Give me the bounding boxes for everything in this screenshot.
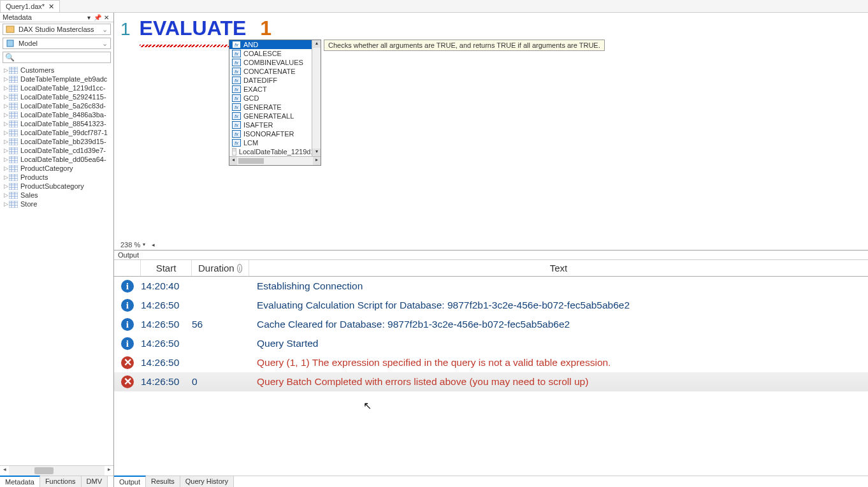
table-icon (9, 138, 20, 145)
intellisense-item[interactable]: fxAND (229, 40, 321, 49)
intellisense-item[interactable]: fxGENERATE (229, 103, 321, 112)
intellisense-item[interactable]: fxCONCATENATE (229, 67, 321, 76)
zoom-dropdown-icon[interactable]: ▾ (143, 243, 145, 247)
metadata-tab[interactable]: Functions (40, 476, 82, 487)
intellisense-item[interactable]: fxISAFTER (229, 120, 321, 129)
function-icon: fx (232, 76, 241, 84)
output-row[interactable]: i14:20:40Establishing Connection (114, 277, 868, 296)
intellisense-item[interactable]: fxGCD (229, 94, 321, 103)
expand-icon[interactable]: ▷ (3, 156, 9, 163)
output-row[interactable]: i14:26:50Query Started (114, 334, 868, 353)
expand-icon[interactable]: ▷ (3, 120, 9, 127)
intellisense-list[interactable]: fxANDfxCOALESCEfxCOMBINEVALUESfxCONCATEN… (229, 40, 321, 166)
model-dropdown[interactable]: Model ⌄ (3, 38, 111, 49)
pin-icon[interactable]: 📌 (93, 14, 102, 21)
row-text: Establishing Connection (249, 280, 868, 292)
output-row[interactable]: i14:26:5056Cache Cleared for Database: 9… (114, 315, 868, 334)
table-item[interactable]: ▷ProductCategory (0, 164, 113, 173)
close-icon[interactable]: ✕ (48, 3, 54, 11)
table-item[interactable]: ▷LocalDateTable_88541323- (0, 119, 113, 128)
expand-icon[interactable]: ▷ (3, 174, 9, 180)
expand-icon[interactable]: ▷ (3, 138, 9, 145)
table-item[interactable]: ▷LocalDateTable_5a26c83d- (0, 101, 113, 110)
intellisense-label: DATEDIFF (243, 76, 277, 84)
dropdown-icon[interactable]: ▾ (84, 14, 93, 21)
intellisense-vscroll[interactable]: ▴▾ (312, 40, 321, 156)
metadata-tab[interactable]: Metadata (0, 476, 40, 487)
output-tab[interactable]: Query History (180, 476, 234, 487)
expand-icon[interactable]: ▷ (3, 94, 9, 100)
intellisense-item[interactable]: fxDATEDIFF (229, 76, 321, 85)
zoom-indicator[interactable]: 238 % ▾ ◂ (120, 241, 155, 249)
intellisense-item[interactable]: fxCOMBINEVALUES (229, 58, 321, 67)
output-tabs: OutputResultsQuery History (114, 476, 868, 487)
expand-icon[interactable]: ▷ (3, 183, 9, 189)
file-tab-query1[interactable]: Query1.dax* ✕ (0, 0, 60, 12)
intellisense-item[interactable]: LocalDateTable_1219d1c (229, 147, 321, 156)
info-icon: i (114, 318, 141, 331)
expand-icon[interactable]: ▷ (3, 201, 9, 207)
table-item[interactable]: ▷Customers (0, 66, 113, 75)
query-editor[interactable]: 1 EVALUATE 1 fxANDfxCOALESCEfxCOMBINEVAL… (114, 13, 868, 251)
metadata-hscroll[interactable]: ◂▸ (0, 465, 113, 476)
table-icon (232, 148, 236, 156)
intellisense-item[interactable]: fxEXACT (229, 85, 321, 94)
expand-icon[interactable]: ▷ (3, 129, 9, 136)
table-label: Store (20, 200, 37, 208)
col-duration[interactable]: Duration i (192, 260, 249, 276)
info-icon: i (114, 280, 141, 293)
metadata-search[interactable]: 🔍 (3, 52, 111, 63)
output-tab[interactable]: Output (114, 476, 146, 487)
expand-icon[interactable]: ▷ (3, 192, 9, 198)
svg-rect-7 (9, 76, 18, 83)
database-dropdown[interactable]: DAX Studio Masterclass ⌄ (3, 24, 111, 35)
table-item[interactable]: ▷DateTableTemplate_eb9adc (0, 75, 113, 84)
table-item[interactable]: ▷LocalDateTable_8486a3ba- (0, 110, 113, 119)
output-row[interactable]: ✕14:26:500Query Batch Completed with err… (114, 372, 868, 391)
expand-icon[interactable]: ▷ (3, 76, 9, 82)
table-item[interactable]: ▷LocalDateTable_cd1d39e7- (0, 146, 113, 155)
error-underline (140, 45, 235, 47)
metadata-tab[interactable]: DMV (82, 476, 108, 487)
row-start: 14:26:50 (141, 376, 192, 388)
function-icon: fx (232, 112, 241, 120)
close-icon[interactable]: ✕ (102, 14, 111, 21)
svg-rect-2 (9, 67, 18, 74)
table-item[interactable]: ▷LocalDateTable_99dcf787-1 (0, 128, 113, 137)
table-item[interactable]: ▷Sales (0, 191, 113, 200)
expand-icon[interactable]: ▷ (3, 103, 9, 109)
database-label: DAX Studio Masterclass (18, 25, 94, 33)
table-item[interactable]: ▷Store (0, 200, 113, 208)
col-start[interactable]: Start (141, 260, 192, 276)
intellisense-item[interactable]: fxGENERATEALL (229, 112, 321, 120)
expand-icon[interactable]: ▷ (3, 165, 9, 171)
output-row[interactable]: ✕14:26:50Query (1, 1) The expression spe… (114, 353, 868, 372)
table-label: Sales (20, 191, 38, 199)
intellisense-hscroll[interactable]: ◂▸ (229, 156, 321, 165)
intellisense-item[interactable]: fxISONORAFTER (229, 129, 321, 138)
table-icon (9, 201, 20, 208)
svg-rect-27 (9, 112, 18, 119)
intellisense-item[interactable]: fxCOALESCE (229, 49, 321, 58)
expand-icon[interactable]: ▷ (3, 85, 9, 91)
expand-icon[interactable]: ▷ (3, 67, 9, 73)
expand-icon[interactable]: ▷ (3, 147, 9, 154)
search-input[interactable] (16, 54, 108, 61)
intellisense-item[interactable]: fxLCM (229, 138, 321, 147)
function-icon: fx (232, 94, 241, 102)
table-item[interactable]: ▷LocalDateTable_dd05ea64- (0, 155, 113, 164)
table-item[interactable]: ▷LocalDateTable_52924115- (0, 92, 113, 101)
table-icon (9, 112, 20, 119)
table-item[interactable]: ▷LocalDateTable_1219d1cc- (0, 84, 113, 92)
scroll-left-icon[interactable]: ◂ (152, 242, 155, 248)
output-tab[interactable]: Results (146, 476, 180, 487)
output-row[interactable]: i14:26:50Evaluating Calculation Script f… (114, 296, 868, 315)
table-item[interactable]: ▷LocalDateTable_bb239d15- (0, 137, 113, 146)
table-icon (9, 120, 20, 127)
table-item[interactable]: ▷ProductSubcategory (0, 182, 113, 191)
table-item[interactable]: ▷Products (0, 173, 113, 182)
svg-rect-72 (9, 192, 18, 199)
col-text[interactable]: Text (249, 260, 868, 276)
expand-icon[interactable]: ▷ (3, 112, 9, 118)
model-icon (6, 39, 16, 48)
